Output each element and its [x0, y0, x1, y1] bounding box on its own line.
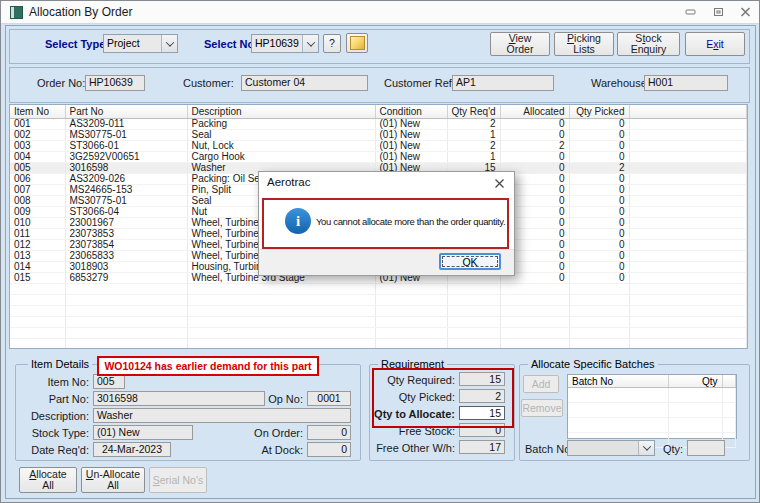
allocate-all-button[interactable]: Allocate All: [19, 467, 77, 493]
cell-description: [187, 328, 375, 339]
cell-item-no: 009: [10, 207, 65, 218]
cell-item-no: [10, 295, 65, 306]
column-header-qty-req-d[interactable]: Qty Req'd: [447, 105, 500, 119]
cell-part-no: MS30775-01: [65, 196, 187, 207]
cell-filler: [629, 119, 747, 130]
cell-part-no: [65, 317, 187, 328]
stock-enquiry-button[interactable]: Stock Enquiry: [617, 32, 680, 56]
cell-filler: [629, 284, 747, 295]
cell-allocated: [500, 306, 569, 317]
exit-button[interactable]: Exit: [685, 32, 745, 56]
chevron-down-icon: [161, 35, 177, 52]
select-type-dropdown[interactable]: Project: [103, 34, 178, 53]
cell-qty-picked: 0: [569, 251, 629, 262]
cell-item-no: [10, 317, 65, 328]
customer-field: Customer 04: [241, 75, 368, 91]
remove-batch-label: Remove: [522, 403, 561, 414]
column-header-part-no[interactable]: Part No: [65, 105, 187, 119]
stock-enquiry-label-2: Enquiry: [631, 44, 667, 55]
qty-to-allocate-input[interactable]: [459, 406, 505, 420]
free-stock-label: Free Stock:: [371, 425, 455, 437]
table-row[interactable]: 003ST3066-01Nut, Lock(01) New220: [10, 141, 747, 152]
picking-lists-button[interactable]: Picking Lists: [554, 32, 614, 56]
minimize-icon[interactable]: [679, 4, 703, 20]
cell-part-no: ST3066-01: [65, 141, 187, 152]
cell-filler: [629, 295, 747, 306]
un-allocate-all-button[interactable]: Un-Allocate All: [81, 467, 145, 493]
cell-allocated: 0: [500, 130, 569, 141]
serial-nos-label: Serial No's: [153, 475, 203, 486]
select-no-dropdown[interactable]: HP10639: [251, 34, 319, 53]
aerotrac-dialog: Aerotrac i You cannot allocate more than…: [258, 171, 515, 276]
cell-description: [187, 317, 375, 328]
cell-filler: [629, 240, 747, 251]
cell-qty-picked: [569, 306, 629, 317]
cell-qty-picked: 0: [569, 119, 629, 130]
view-order-button[interactable]: View Order: [490, 32, 550, 56]
column-header-allocated[interactable]: Allocated: [500, 105, 569, 119]
cell-condition: [375, 328, 447, 339]
cell-filler: [629, 163, 747, 174]
column-header-item-no[interactable]: Item No: [10, 105, 65, 119]
cell-allocated: [500, 317, 569, 328]
cell-qty-picked: 0: [569, 130, 629, 141]
cell-description: Seal: [187, 130, 375, 141]
table-row[interactable]: 002MS30775-01Seal(01) New100: [10, 130, 747, 141]
cell-qty-reqd: 2: [447, 119, 500, 130]
cell-qty-picked: 0: [569, 152, 629, 163]
help-button[interactable]: ?: [323, 34, 341, 53]
help-button-label: ?: [329, 38, 335, 49]
cell-qty-reqd: 1: [447, 130, 500, 141]
date-reqd-field: 24-Mar-2023: [93, 442, 171, 457]
cell-filler: [629, 328, 747, 339]
cell-part-no: 3018903: [65, 262, 187, 273]
column-header-condition[interactable]: Condition: [375, 105, 447, 119]
column-header-description[interactable]: Description: [187, 105, 375, 119]
free-stock-field: 0: [459, 423, 505, 437]
item-details-group-label: Item Details: [28, 358, 92, 370]
cell-qty-picked: 0: [569, 218, 629, 229]
cell-condition: [375, 306, 447, 317]
cell-item-no: 010: [10, 218, 65, 229]
remove-batch-button: Remove: [521, 399, 563, 417]
cell-description: Packing: [187, 119, 375, 130]
cell-filler: [629, 218, 747, 229]
earlier-demand-warning: WO10124 has earlier demand for this part: [97, 356, 319, 376]
close-icon[interactable]: [733, 4, 757, 20]
cell-item-no: 006: [10, 174, 65, 185]
cell-description: [187, 339, 375, 350]
cell-allocated: [500, 339, 569, 350]
cell-part-no: MS30775-01: [65, 130, 187, 141]
dialog-close-icon[interactable]: [492, 176, 506, 190]
cell-qty-picked: 0: [569, 240, 629, 251]
column-header-qty-picked[interactable]: Qty Picked: [569, 105, 629, 119]
restore-icon[interactable]: [707, 4, 731, 20]
ok-button[interactable]: OK: [439, 253, 501, 270]
cell-qty-picked: [569, 317, 629, 328]
item-no-label: Item No:: [21, 376, 89, 388]
batch-no-column-header[interactable]: Batch No: [568, 375, 668, 388]
dialog-title: Aerotrac: [267, 176, 310, 188]
batch-qty-column-header[interactable]: Qty: [668, 375, 722, 388]
exit-label: Exit: [706, 39, 724, 50]
part-no-label: Part No:: [21, 393, 89, 405]
cell-qty-picked: 0: [569, 262, 629, 273]
at-dock-field: 0: [307, 442, 351, 457]
attachment-button[interactable]: [346, 33, 368, 53]
allocation-by-order-window: Allocation By Order Select Type: Project…: [0, 0, 760, 503]
cell-allocated: [500, 328, 569, 339]
table-row[interactable]: 001AS3209-011Packing(01) New200: [10, 119, 747, 130]
window-title: Allocation By Order: [29, 5, 132, 19]
cell-item-no: 001: [10, 119, 65, 130]
cell-item-no: [10, 306, 65, 317]
cell-part-no: [65, 328, 187, 339]
stock-type-field: (01) New: [93, 425, 193, 440]
cell-item-no: 008: [10, 196, 65, 207]
chevron-down-icon: [638, 441, 654, 455]
batch-table-header-row: Batch No Qty: [568, 375, 736, 388]
customer-ref-field: AP1: [452, 75, 554, 91]
qty-required-label: Qty Required:: [371, 374, 455, 386]
table-row[interactable]: 0043G2592V00651Cargo Hook(01) New100: [10, 152, 747, 163]
qty-required-field: 15: [459, 372, 505, 386]
empty-row: [10, 339, 747, 350]
